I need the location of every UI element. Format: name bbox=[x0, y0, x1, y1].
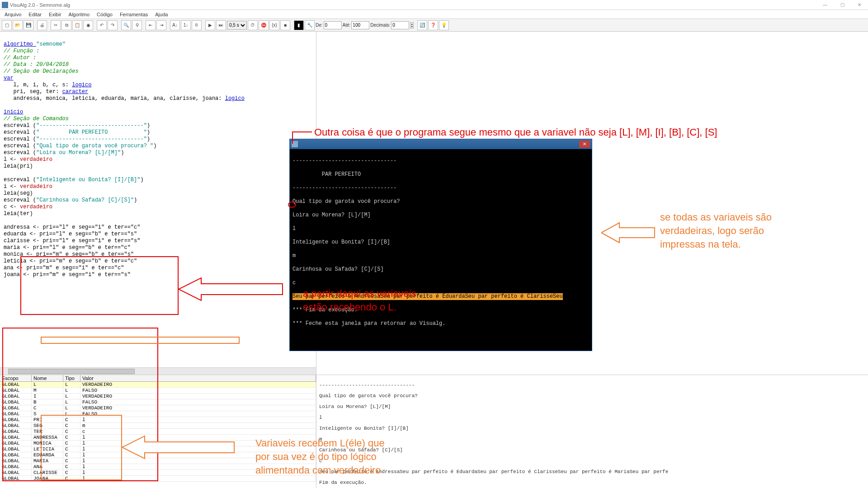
var-row[interactable]: GLOBALMLFALSO bbox=[0, 388, 316, 394]
menu-exibir[interactable]: Exibir bbox=[46, 11, 64, 18]
editor-hscrollbar[interactable] bbox=[0, 367, 316, 375]
refresh-icon[interactable]: 🔄 bbox=[417, 20, 427, 30]
redo-icon[interactable]: ↷ bbox=[108, 20, 118, 30]
new-file-icon[interactable]: ▢ bbox=[2, 20, 12, 30]
help-icon[interactable]: ❓ bbox=[428, 20, 438, 30]
maximize-button[interactable]: ▢ bbox=[835, 0, 849, 9]
var-row[interactable]: GLOBALBLFALSO bbox=[0, 399, 316, 405]
var-escopo: GLOBAL bbox=[0, 405, 32, 411]
vars-icon[interactable]: {x} bbox=[269, 20, 279, 30]
console-close-button[interactable]: ✕ bbox=[579, 141, 590, 148]
var-nome: PRI bbox=[32, 417, 63, 422]
var-nome: ANA bbox=[32, 464, 63, 469]
var-valor: FALSO bbox=[80, 399, 316, 405]
paste-icon[interactable]: 📋 bbox=[72, 20, 82, 30]
var-tipo: L bbox=[63, 394, 80, 399]
var-row[interactable]: GLOBALSEGCm bbox=[0, 423, 316, 429]
var-escopo: GLOBAL bbox=[0, 464, 32, 469]
recorder-icon[interactable]: ◉ bbox=[83, 20, 93, 30]
annotation-right1: se todas as variaveis são bbox=[660, 211, 772, 223]
menu-codigo[interactable]: Código bbox=[94, 11, 115, 18]
var-escopo: GLOBAL bbox=[0, 458, 32, 464]
var-escopo: GLOBAL bbox=[0, 394, 32, 399]
var-valor: FALSO bbox=[80, 411, 316, 417]
var-tipo: C bbox=[63, 464, 80, 469]
app-icon bbox=[2, 2, 8, 8]
minimize-button[interactable]: — bbox=[818, 0, 832, 9]
outdent-icon[interactable]: ⇤ bbox=[146, 20, 156, 30]
stop-icon[interactable]: ■ bbox=[280, 20, 290, 30]
open-file-icon[interactable]: 📂 bbox=[13, 20, 23, 30]
arrow-bottom-orange bbox=[122, 434, 235, 461]
var-escopo: GLOBAL bbox=[0, 446, 32, 452]
find-icon[interactable]: 🔍 bbox=[121, 20, 131, 30]
var-escopo: GLOBAL bbox=[0, 435, 32, 440]
var-escopo: GLOBAL bbox=[0, 470, 32, 475]
var-nome: MONICA bbox=[32, 441, 63, 446]
toggle-gutter-icon[interactable]: ⎘ bbox=[192, 20, 202, 30]
var-row[interactable]: GLOBALPRICl bbox=[0, 417, 316, 423]
var-row[interactable]: GLOBALCLVERDADEIRO bbox=[0, 405, 316, 411]
annotation-bot3: alimentanda com verdadeiro bbox=[255, 465, 381, 476]
var-tipo: C bbox=[63, 470, 80, 475]
console-window[interactable]: ✕ -------------------------------- PAR P… bbox=[289, 139, 592, 351]
step-icon[interactable]: ⏭ bbox=[216, 20, 226, 30]
menu-ferramentas[interactable]: Ferramentas bbox=[117, 11, 151, 18]
close-button[interactable]: ✕ bbox=[853, 0, 866, 9]
kw-inicio: inicio bbox=[4, 109, 23, 115]
breakpoint-icon[interactable]: ⛔ bbox=[259, 20, 269, 30]
about-icon[interactable]: 💡 bbox=[439, 20, 449, 30]
save-icon[interactable]: 💾 bbox=[24, 20, 33, 30]
var-escopo: GLOBAL bbox=[0, 476, 32, 481]
var-row[interactable]: GLOBALLLVERDADEIRO bbox=[0, 382, 316, 388]
output-pane[interactable]: -------------------------------- Qual ti… bbox=[316, 375, 868, 488]
var-tipo: L bbox=[63, 382, 80, 387]
window-title: VisuAlg 2.0 - Semnome.alg bbox=[10, 2, 816, 8]
var-row[interactable]: GLOBALJOANACl bbox=[0, 476, 316, 482]
de-input[interactable] bbox=[324, 21, 342, 29]
var-tipo: C bbox=[63, 435, 80, 440]
timer-icon[interactable]: ⏱ bbox=[248, 20, 258, 30]
menu-editar[interactable]: Editar bbox=[26, 11, 44, 18]
var-escopo: GLOBAL bbox=[0, 388, 32, 393]
var-tipo: C bbox=[63, 423, 80, 428]
console-output: -------------------------------- PAR PER… bbox=[290, 149, 592, 351]
copy-icon[interactable]: ⧉ bbox=[61, 20, 71, 30]
svg-marker-0 bbox=[179, 278, 283, 300]
tools-icon[interactable]: 🔧 bbox=[305, 20, 315, 30]
var-tipo: L bbox=[63, 399, 80, 405]
menu-ajuda[interactable]: Ajuda bbox=[152, 11, 170, 18]
speed-select[interactable]: 0,5 s bbox=[227, 21, 247, 30]
annotation-right2: verdadeiras, logo serão bbox=[660, 225, 764, 237]
var-row[interactable]: GLOBALILVERDADEIRO bbox=[0, 394, 316, 399]
menu-algoritmo[interactable]: Algoritmo bbox=[66, 11, 92, 18]
print-icon[interactable]: 🖨 bbox=[37, 20, 47, 30]
menu-arquivo[interactable]: Arquivo bbox=[2, 11, 24, 18]
var-valor: VERDADEIRO bbox=[80, 382, 316, 387]
var-nome: CLARISSE bbox=[32, 470, 63, 475]
cut-icon[interactable]: ✂ bbox=[51, 20, 61, 30]
sort-az-icon[interactable]: A↓ bbox=[170, 20, 180, 30]
ate-input[interactable] bbox=[351, 21, 369, 29]
code-editor[interactable]: algoritmo "semnome" // Função : // Autor… bbox=[0, 32, 316, 375]
col-valor[interactable]: Valor bbox=[80, 375, 316, 381]
undo-icon[interactable]: ↶ bbox=[97, 20, 107, 30]
var-valor: l bbox=[80, 476, 316, 481]
var-nome: SEG bbox=[32, 423, 63, 428]
svg-marker-1 bbox=[601, 223, 655, 243]
var-escopo: GLOBAL bbox=[0, 423, 32, 428]
col-escopo[interactable]: Escopo bbox=[0, 375, 32, 381]
var-escopo: GLOBAL bbox=[0, 411, 32, 417]
var-nome: JOANA bbox=[32, 476, 63, 481]
dos-icon[interactable]: ▮ bbox=[294, 20, 304, 30]
run-icon[interactable]: ▶ bbox=[205, 20, 215, 30]
var-row[interactable]: GLOBALSLFALSO bbox=[0, 411, 316, 417]
dec-input[interactable] bbox=[391, 21, 409, 29]
annotation-mid1: a partir daqui as variaveis bbox=[303, 288, 416, 300]
number-lines-icon[interactable]: 1↓ bbox=[181, 20, 191, 30]
indent-icon[interactable]: ⇥ bbox=[156, 20, 166, 30]
col-nome[interactable]: Nome bbox=[32, 375, 63, 381]
replace-icon[interactable]: ⚲ bbox=[132, 20, 142, 30]
var-tipo: C bbox=[63, 446, 80, 452]
col-tipo[interactable]: Tipo bbox=[63, 375, 80, 381]
